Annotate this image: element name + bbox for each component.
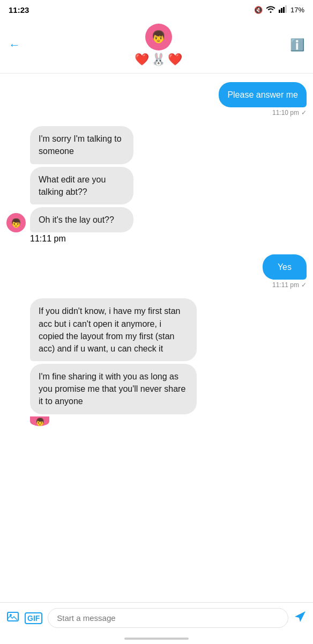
- svg-rect-1: [281, 8, 282, 13]
- avatar: 👦: [145, 24, 172, 50]
- avatar-small-emoji: 👦: [11, 218, 21, 228]
- heart-right-icon: ❤️: [168, 53, 182, 67]
- timestamp-text: 11:11 pm: [30, 234, 66, 244]
- chat-area: Please answer me 11:10 pm ✓ 👦 I'm sorry …: [0, 74, 313, 602]
- received-group: If you didn't know, i have my first stan…: [6, 298, 252, 414]
- header-left: ←: [9, 38, 27, 52]
- message-timestamp: 11:11 pm: [6, 234, 66, 244]
- image-icon[interactable]: [6, 610, 19, 626]
- avatar-emoji: 👦: [151, 30, 166, 44]
- header-center: 👦 ❤️ 🐰 ❤️: [27, 24, 290, 67]
- message-timestamp: 11:10 pm ✓: [272, 109, 307, 116]
- message-bubble: I'm sorry I'm talking to someone: [30, 126, 133, 164]
- svg-rect-2: [283, 7, 285, 13]
- message-row: Yes 11:11 pm ✓: [6, 254, 307, 289]
- status-bar: 11:23 🔇 17%: [0, 0, 313, 19]
- message-row: If you didn't know, i have my first stan…: [6, 298, 307, 426]
- home-indicator: [0, 633, 313, 644]
- wifi-icon: [266, 5, 275, 14]
- status-icons: 🔇 17%: [254, 5, 304, 14]
- message-text: I'm sorry I'm talking to someone: [39, 134, 122, 156]
- signal-icon: [279, 5, 287, 14]
- avatar-partial-row: 👦: [6, 416, 49, 426]
- message-timestamp: 11:11 pm ✓: [272, 281, 307, 289]
- message-text: Yes: [278, 262, 292, 272]
- status-time: 11:23: [9, 5, 29, 14]
- message-bubble: Yes: [263, 254, 307, 280]
- battery-level: 17%: [290, 6, 304, 14]
- checkmark-icon: ✓: [301, 109, 307, 116]
- bunny-icon: 🐰: [151, 53, 166, 67]
- chat-input-bar: GIF: [0, 602, 313, 633]
- message-bubble: Please answer me: [219, 82, 307, 107]
- received-bubbles: If you didn't know, i have my first stan…: [30, 298, 252, 414]
- chat-header: ← 👦 ❤️ 🐰 ❤️ ℹ️: [0, 19, 313, 74]
- message-text: Please answer me: [227, 90, 298, 99]
- received-group: 👦 I'm sorry I'm talking to someone What …: [6, 126, 168, 232]
- message-text: What edit are you talking abt??: [39, 175, 106, 196]
- checkmark-icon: ✓: [301, 281, 307, 289]
- received-bubbles: I'm sorry I'm talking to someone What ed…: [30, 126, 168, 232]
- svg-rect-0: [279, 10, 280, 13]
- message-bubble: What edit are you talking abt??: [30, 167, 133, 204]
- message-bubble: Oh it's the lay out??: [30, 207, 133, 232]
- message-bubble: If you didn't know, i have my first stan…: [30, 298, 197, 361]
- info-button[interactable]: ℹ️: [290, 38, 304, 52]
- message-input[interactable]: [48, 608, 288, 628]
- send-button[interactable]: [294, 610, 307, 626]
- emoji-decorations: ❤️ 🐰 ❤️: [135, 53, 182, 67]
- avatar-small: 👦: [6, 213, 26, 232]
- svg-rect-3: [285, 5, 287, 13]
- message-row: Please answer me 11:10 pm ✓: [6, 82, 307, 116]
- gif-button[interactable]: GIF: [25, 612, 42, 624]
- mute-icon: 🔇: [254, 6, 263, 14]
- back-button[interactable]: ←: [9, 38, 20, 52]
- home-bar: [124, 638, 189, 640]
- heart-left-icon: ❤️: [135, 53, 149, 67]
- message-text: Oh it's the lay out??: [39, 215, 114, 224]
- message-bubble: I'm fine sharing it with you as long as …: [30, 364, 197, 414]
- message-text: I'm fine sharing it with you as long as …: [39, 372, 185, 406]
- message-row: 👦 I'm sorry I'm talking to someone What …: [6, 126, 307, 244]
- message-text: If you didn't know, i have my first stan…: [39, 306, 181, 353]
